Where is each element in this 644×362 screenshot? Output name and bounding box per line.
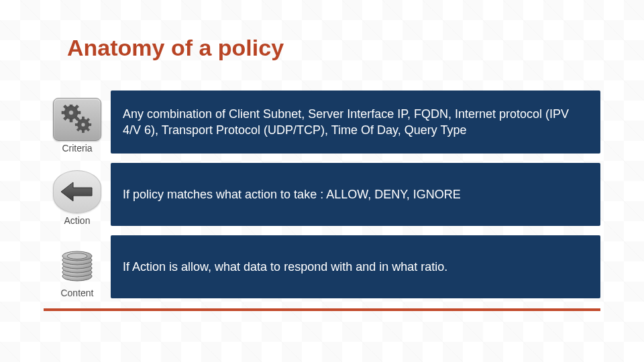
svg-point-9 xyxy=(69,110,74,115)
slide: Anatomy of a policy xyxy=(0,0,644,362)
svg-rect-14 xyxy=(89,123,91,125)
row-criteria: Criteria Any combination of Client Subne… xyxy=(44,90,600,154)
slide-title: Anatomy of a policy xyxy=(67,35,284,61)
row-desc-content: If Action is allow, what data to respond… xyxy=(111,235,600,298)
svg-point-27 xyxy=(67,253,87,259)
row-label-action: Action xyxy=(64,216,91,226)
svg-rect-1 xyxy=(70,105,72,107)
svg-marker-20 xyxy=(61,182,92,201)
svg-point-19 xyxy=(81,123,85,127)
svg-rect-4 xyxy=(77,111,80,114)
coins-icon xyxy=(53,243,101,286)
svg-rect-3 xyxy=(62,111,65,114)
gears-icon xyxy=(53,98,101,141)
row-label-content: Content xyxy=(60,288,93,298)
row-content: Content If Action is allow, what data to… xyxy=(44,235,600,298)
svg-rect-13 xyxy=(75,123,78,125)
icon-col-action: Action xyxy=(44,163,111,226)
policy-rows: Criteria Any combination of Client Subne… xyxy=(44,90,600,308)
row-label-criteria: Criteria xyxy=(62,143,92,154)
svg-rect-11 xyxy=(82,117,84,119)
row-desc-criteria: Any combination of Client Subnet, Server… xyxy=(111,90,600,154)
row-action: Action If policy matches what action to … xyxy=(44,163,600,226)
row-desc-action: If policy matches what action to take : … xyxy=(111,163,600,226)
icon-col-content: Content xyxy=(44,235,111,298)
icon-col-criteria: Criteria xyxy=(44,90,111,154)
svg-rect-2 xyxy=(70,119,72,122)
svg-rect-12 xyxy=(82,129,84,132)
arrow-left-icon xyxy=(53,170,101,213)
accent-bar xyxy=(44,308,600,311)
